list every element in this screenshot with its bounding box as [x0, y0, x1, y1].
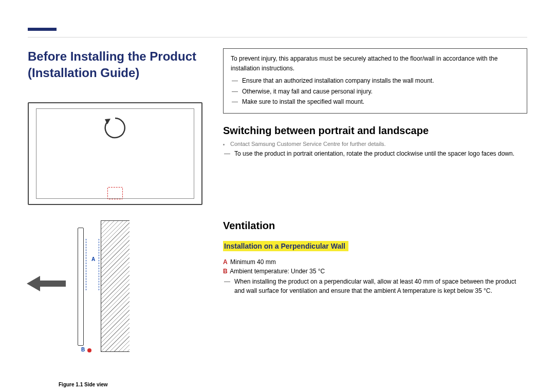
safety-note-lead: To prevent injury, this apparatus must b…: [231, 54, 520, 73]
header-rule: [28, 37, 527, 38]
spec-a-line: A Minimum 40 mm: [223, 258, 527, 266]
spacer-logo-highlight: [107, 187, 123, 199]
ventilation-section: Ventilation Installation on a Perpendicu…: [223, 220, 527, 295]
svg-marker-2: [27, 276, 40, 291]
contact-note: Contact Samsung Customer Service Centre …: [223, 141, 527, 147]
spec-b-text: Ambient temperature: Under 35 °C: [230, 268, 325, 275]
orientation-figure: [28, 92, 202, 184]
clearance-line-a-left: [86, 239, 86, 290]
right-column: To prevent injury, this apparatus must b…: [223, 28, 527, 387]
product-side-view: [78, 228, 84, 346]
spec-a-letter: A: [223, 258, 228, 266]
safety-note-item: Make sure to install the specified wall …: [231, 97, 520, 107]
label-b: B: [81, 347, 85, 352]
safety-note-item: Otherwise, it may fall and cause persona…: [231, 87, 520, 97]
page: Before Installing the Product (Installat…: [0, 0, 555, 387]
temperature-indicator-dot: [87, 348, 91, 352]
orientation-note: To use the product in portrait orientati…: [223, 149, 527, 158]
top-accent-bar: [28, 28, 57, 31]
ventilation-title: Ventilation: [223, 220, 527, 232]
spec-a-text: Minimum 40 mm: [230, 258, 276, 266]
wall-hatch: [101, 220, 130, 352]
switching-title: Switching between portrait and landscape: [223, 125, 527, 137]
safety-note-item: Ensure that an authorized installation c…: [231, 76, 520, 86]
spec-b-letter: B: [223, 268, 228, 275]
figure-caption: Figure 1.1 Side view: [59, 382, 202, 387]
clearance-line-a-right: [99, 239, 99, 290]
airflow-arrow-icon: [27, 276, 67, 291]
ventilation-note: When installing the product on a perpend…: [223, 277, 527, 295]
left-column: Before Installing the Product (Installat…: [28, 28, 202, 387]
side-view-figure: A B: [59, 220, 151, 380]
ventilation-subtitle: Installation on a Perpendicular Wall: [223, 241, 348, 251]
spec-b-line: B Ambient temperature: Under 35 °C: [223, 268, 527, 275]
page-title: Before Installing the Product (Installat…: [28, 48, 202, 82]
safety-note-box: To prevent injury, this apparatus must b…: [223, 48, 527, 114]
label-a: A: [91, 256, 95, 262]
rotate-clockwise-icon: [102, 115, 128, 141]
svg-rect-1: [38, 281, 66, 287]
